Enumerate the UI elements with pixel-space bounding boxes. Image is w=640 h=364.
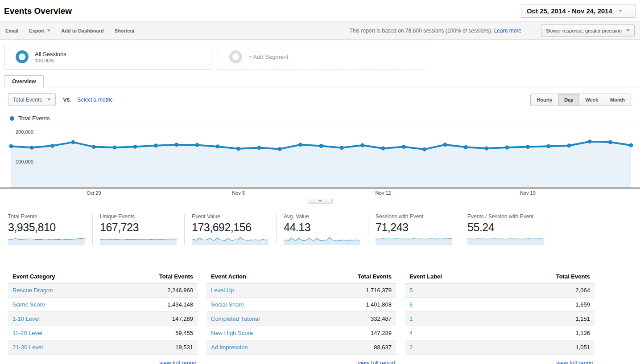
row-link[interactable]: Ad impression: [211, 344, 248, 351]
tab-bar: Overview: [0, 75, 640, 87]
row-link[interactable]: 4: [409, 330, 413, 336]
data-point[interactable]: [174, 143, 178, 147]
data-point[interactable]: [464, 145, 468, 149]
data-point[interactable]: [112, 145, 116, 149]
data-point[interactable]: [402, 145, 406, 149]
row-link[interactable]: 21-30 Level: [12, 344, 43, 351]
row-link[interactable]: Social Share: [211, 301, 244, 308]
row-label-cell: 21-30 Level: [8, 340, 111, 355]
row-label-cell: 4: [405, 326, 498, 340]
data-point[interactable]: [629, 143, 633, 147]
data-point[interactable]: [154, 143, 158, 147]
sparkline-line: [192, 237, 268, 241]
granularity-week-button[interactable]: Week: [579, 94, 604, 106]
data-point[interactable]: [546, 144, 550, 148]
segment-all-sessions[interactable]: All Sessions 100.00%: [4, 44, 211, 70]
data-point[interactable]: [298, 143, 302, 147]
view-full-report-link[interactable]: view full report: [159, 360, 197, 364]
data-point[interactable]: [360, 143, 364, 147]
stat-sparkline[interactable]: [100, 236, 177, 245]
row-link[interactable]: Level Up: [211, 287, 234, 294]
row-link[interactable]: New High Score: [211, 330, 253, 336]
data-point[interactable]: [71, 140, 75, 144]
data-point[interactable]: [278, 147, 282, 151]
data-point[interactable]: [92, 145, 96, 149]
main-chart-svg[interactable]: [0, 125, 640, 189]
date-range-selector[interactable]: Oct 25, 2014 - Nov 24, 2014: [521, 4, 636, 18]
row-link[interactable]: Rescue Dragon: [12, 287, 53, 294]
row-label-cell: 5: [405, 283, 498, 298]
data-point[interactable]: [443, 143, 447, 147]
data-point[interactable]: [484, 147, 488, 151]
view-full-report-link[interactable]: view full report: [358, 360, 395, 364]
table-row: Completed Tutorial332,487: [206, 312, 396, 326]
table-footer: view full report: [206, 355, 396, 364]
precision-label: Slower response, greater precision: [546, 28, 622, 33]
data-point[interactable]: [608, 140, 612, 144]
data-point[interactable]: [567, 143, 571, 147]
precision-selector[interactable]: Slower response, greater precision: [541, 25, 635, 37]
data-point[interactable]: [236, 147, 240, 151]
stat-sparkline[interactable]: [8, 236, 85, 245]
row-link[interactable]: 5: [409, 287, 413, 294]
tab-overview[interactable]: Overview: [4, 75, 44, 88]
metric-header: Total Events: [498, 271, 595, 283]
y-axis-label-100k: 100,000: [16, 159, 33, 164]
view-full-report-link[interactable]: view full report: [556, 360, 594, 364]
data-point[interactable]: [422, 147, 426, 151]
row-link[interactable]: Game Score: [12, 301, 45, 308]
row-link[interactable]: 2: [409, 344, 413, 351]
data-point[interactable]: [133, 145, 137, 149]
chart-legend: Total Events: [0, 110, 640, 125]
stat-value: 3,935,810: [8, 221, 85, 234]
segment-donut-icon: [16, 50, 29, 63]
row-link[interactable]: 1: [409, 315, 413, 322]
metric-select-dropdown[interactable]: Total Events: [8, 93, 56, 106]
data-point[interactable]: [216, 144, 220, 148]
sparkline-fill: [284, 237, 360, 245]
data-point[interactable]: [526, 145, 530, 149]
add-segment-button[interactable]: + Add Segment: [218, 44, 427, 70]
metric-header: Total Events: [315, 271, 396, 283]
sparkline-fill: [192, 237, 268, 245]
export-button[interactable]: Export: [29, 28, 50, 33]
add-to-dashboard-button[interactable]: Add to Dashboard: [61, 28, 103, 33]
row-link[interactable]: 1-10 Level: [12, 315, 40, 322]
data-point[interactable]: [257, 146, 261, 150]
stat-sparkline[interactable]: [376, 236, 452, 245]
data-point[interactable]: [340, 146, 344, 150]
row-link[interactable]: 6: [409, 301, 413, 308]
data-point[interactable]: [9, 144, 13, 148]
data-point[interactable]: [195, 143, 199, 147]
row-value-cell: 1,434,148: [111, 298, 198, 312]
stat-sparkline[interactable]: [284, 236, 360, 245]
row-value-cell: 1,151: [498, 312, 595, 326]
stat-sparkline[interactable]: [192, 236, 268, 245]
table-footer: view full report: [8, 355, 198, 364]
table-footer: view full report: [405, 355, 595, 364]
date-range-text: Oct 25, 2014 - Nov 24, 2014: [527, 7, 612, 15]
collapse-chart-handle[interactable]: [308, 199, 333, 204]
data-point[interactable]: [319, 144, 323, 148]
shortcut-button[interactable]: Shortcut: [115, 28, 135, 33]
select-a-metric-link[interactable]: Select a metric: [77, 97, 112, 103]
granularity-hourly-button[interactable]: Hourly: [531, 94, 558, 106]
row-link[interactable]: Completed Tutorial: [211, 315, 260, 322]
table-event-category: Event CategoryTotal EventsRescue Dragon2…: [8, 271, 198, 364]
table-row: Ad impression88,637: [206, 340, 396, 355]
data-point[interactable]: [505, 145, 509, 149]
granularity-month-button[interactable]: Month: [604, 94, 631, 106]
timeseries-chart[interactable]: 200,000 100,000 Oct 29Nov 5Nov 12Nov 19: [0, 125, 640, 199]
stat-card-events-session-with-event: Events / Session with Event55.24: [467, 213, 552, 245]
data-point[interactable]: [588, 139, 592, 143]
metric-controls: Total Events vs. Select a metric Hourly …: [0, 87, 640, 110]
email-button[interactable]: Email: [5, 28, 18, 33]
granularity-day-button[interactable]: Day: [558, 94, 579, 106]
data-point[interactable]: [50, 144, 54, 148]
data-point[interactable]: [30, 146, 34, 150]
row-link[interactable]: 11-20 Level: [12, 330, 42, 336]
learn-more-link[interactable]: Learn more: [494, 28, 521, 34]
data-point[interactable]: [381, 147, 385, 151]
stat-sparkline[interactable]: [467, 236, 544, 245]
chevron-down-icon: [47, 29, 50, 32]
